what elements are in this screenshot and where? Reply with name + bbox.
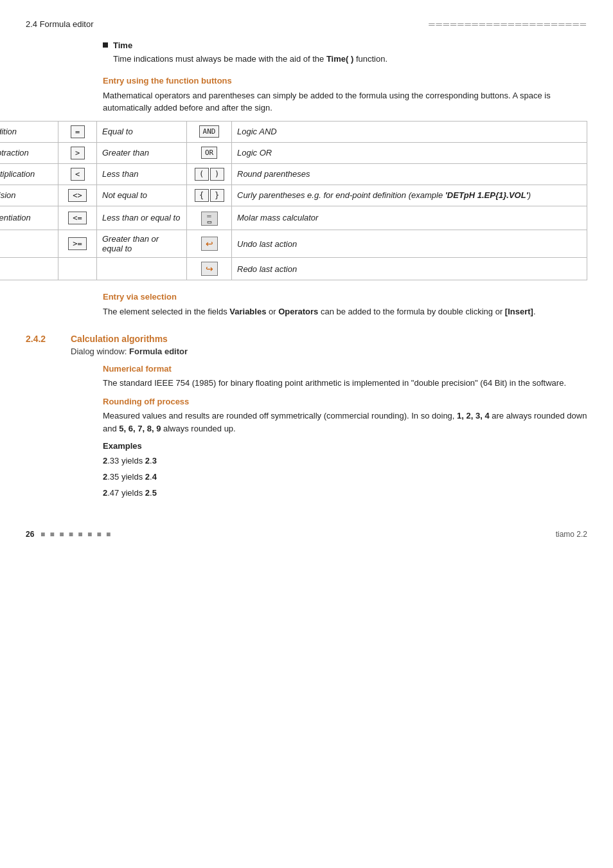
- btn-molar[interactable]: ═ ▭: [187, 206, 232, 230]
- label-redo: Redo last action: [232, 258, 587, 280]
- label-and: Logic AND: [232, 121, 587, 142]
- footer-dots: ■ ■ ■ ■ ■ ■ ■ ■: [40, 530, 112, 539]
- entry-selection-body: The element selected in the fields Varia…: [103, 305, 587, 318]
- label-potentiation: Potentiation: [0, 206, 58, 230]
- label-subtraction: Subtraction: [0, 142, 58, 163]
- label-lte: Less than or equal to: [97, 206, 187, 230]
- btn-undo[interactable]: ↩: [187, 230, 232, 258]
- examples-heading: Examples: [103, 441, 587, 451]
- btn-lte[interactable]: <=: [58, 206, 97, 230]
- entry-selection-heading: Entry via selection: [103, 292, 587, 302]
- label-less: Less than: [97, 163, 187, 185]
- label-equal: Equal to: [97, 121, 187, 142]
- label-or: Logic OR: [232, 142, 587, 163]
- btn-and[interactable]: AND: [187, 121, 232, 142]
- label-greater: Greater than: [97, 142, 187, 163]
- time-heading-row: Time: [103, 41, 587, 50]
- entry-function-heading: Entry using the function buttons: [103, 76, 587, 86]
- empty-cell-4: [0, 258, 58, 280]
- bullet-icon: [103, 42, 108, 48]
- btn-notequal[interactable]: <>: [58, 185, 97, 206]
- section-number: 2.4.2: [26, 334, 58, 344]
- numerical-format-body: The standard IEEE 754 (1985) for binary …: [103, 377, 587, 390]
- empty-cell-5: [58, 258, 97, 280]
- page-header: 2.4 Formula editor ═════════════════════…: [26, 19, 587, 29]
- page-number: 26: [26, 530, 34, 539]
- btn-equal[interactable]: =: [58, 121, 97, 142]
- table-row: f Division <> Not equal to {} Curly pare…: [0, 185, 587, 206]
- label-addition: Addition: [0, 121, 58, 142]
- empty-cell-2: [0, 230, 58, 258]
- example-1: 2.33 yields 2.3: [103, 455, 587, 468]
- page-footer: 26 ■ ■ ■ ■ ■ ■ ■ ■ tiamo 2.2: [26, 525, 587, 539]
- table-row: + Addition = Equal to AND Logic AND: [0, 121, 587, 142]
- table-row: >= Greater than or equal to ↩ Undo last …: [0, 230, 587, 258]
- label-undo: Undo last action: [232, 230, 587, 258]
- rounding-heading: Rounding off process: [103, 397, 587, 406]
- table-row: ↪ Redo last action: [0, 258, 587, 280]
- example-3: 2.47 yields 2.5: [103, 487, 587, 500]
- entry-function-section: Entry using the function buttons Mathema…: [103, 76, 587, 114]
- label-notequal: Not equal to: [97, 185, 187, 206]
- table-row: ∧ Potentiation <= Less than or equal to …: [0, 206, 587, 230]
- operator-table: + Addition = Equal to AND Logic AND − Su…: [0, 121, 587, 281]
- empty-cell-6: [97, 258, 187, 280]
- entry-selection-section: Entry via selection The element selected…: [103, 292, 587, 318]
- btn-redo[interactable]: ↪: [187, 258, 232, 280]
- page-wrapper: 2.4 Formula editor ═════════════════════…: [26, 19, 587, 539]
- section-242-header: 2.4.2 Calculation algorithms: [26, 334, 587, 344]
- label-multiply: Multiplication: [0, 163, 58, 185]
- header-left: 2.4 Formula editor: [26, 19, 94, 29]
- section-title: Calculation algorithms: [71, 334, 168, 344]
- btn-curly-paren[interactable]: {}: [187, 185, 232, 206]
- label-curly-paren: Curly parentheses e.g. for end-point def…: [232, 185, 587, 206]
- numerical-format-heading: Numerical format: [103, 364, 587, 374]
- table-row: × Multiplication < Less than () Round pa…: [0, 163, 587, 185]
- dialog-ref: Dialog window: Formula editor: [71, 347, 587, 356]
- label-molar: Molar mass calculator: [232, 206, 587, 230]
- rounding-body: Measured values and results are rounded …: [103, 410, 587, 435]
- time-section: Time Time indications must always be mad…: [103, 41, 587, 66]
- time-body: Time indications must always be made wit…: [113, 53, 587, 66]
- example-2: 2.35 yields 2.4: [103, 471, 587, 484]
- header-right: ══════════════════════: [429, 19, 587, 29]
- btn-round-paren[interactable]: (): [187, 163, 232, 185]
- btn-or[interactable]: OR: [187, 142, 232, 163]
- label-gte: Greater than or equal to: [97, 230, 187, 258]
- numerical-format-section: Numerical format The standard IEEE 754 (…: [103, 364, 587, 390]
- section-242: 2.4.2 Calculation algorithms Dialog wind…: [26, 334, 587, 500]
- btn-greater[interactable]: >: [58, 142, 97, 163]
- rounding-section: Rounding off process Measured values and…: [103, 397, 587, 500]
- label-round-paren: Round parentheses: [232, 163, 587, 185]
- time-heading: Time: [113, 41, 132, 50]
- label-division: Division: [0, 185, 58, 206]
- footer-product: tiamo 2.2: [556, 530, 587, 539]
- table-row: − Subtraction > Greater than OR Logic OR: [0, 142, 587, 163]
- btn-less[interactable]: <: [58, 163, 97, 185]
- entry-function-body: Mathematical operators and parentheses c…: [103, 89, 587, 114]
- btn-gte[interactable]: >=: [58, 230, 97, 258]
- footer-left: 26 ■ ■ ■ ■ ■ ■ ■ ■: [26, 529, 112, 539]
